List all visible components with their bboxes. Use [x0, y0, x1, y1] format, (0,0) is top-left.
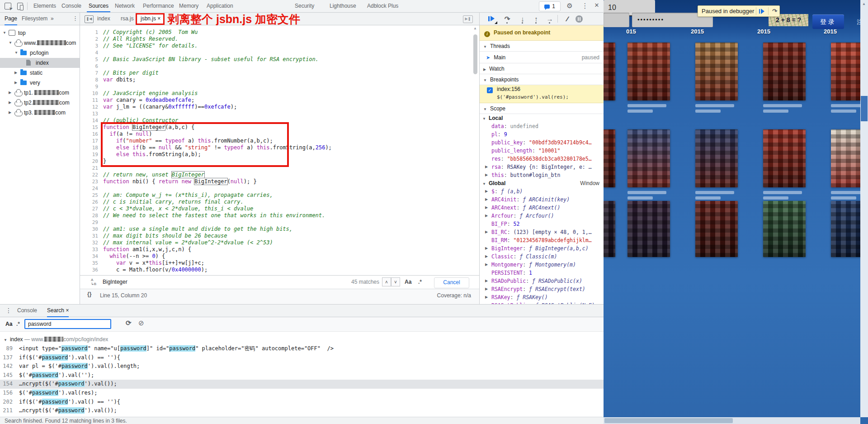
threads-section-header[interactable]: ▼Threads	[480, 41, 604, 52]
scope-variable-BI_RC[interactable]: ▶BI_RC: (123) [empty × 48, 0, 1,…	[480, 228, 604, 236]
thread-main-row[interactable]: ➤Mainpaused	[480, 52, 604, 63]
tree-item-tp2[interactable]: ▶tp2.com	[0, 98, 80, 108]
disclosure-collapsed-icon[interactable]: ▶	[14, 78, 17, 88]
scrollbar-thumb[interactable]	[473, 34, 477, 74]
expand-icon[interactable]: ▶	[485, 195, 488, 204]
login-button[interactable]: 登录	[812, 14, 844, 29]
tree-item-tp1[interactable]: ▶tp1. com	[0, 88, 80, 98]
pause-on-exceptions-button[interactable]	[576, 15, 583, 23]
tree-item-static[interactable]: ▶static	[0, 68, 80, 78]
devtools-tab-lighthouse[interactable]: Lighthouse	[328, 0, 358, 12]
expand-icon[interactable]: ▶	[485, 252, 488, 261]
source-editor[interactable]: 1234567891011121314151617181920212223242…	[80, 25, 479, 275]
scope-section-header[interactable]: ▼Scope	[480, 103, 604, 114]
scope-variable-Classic[interactable]: ▶Classic: ƒ Classic(m)	[480, 252, 604, 261]
line-number[interactable]: 4	[80, 49, 98, 56]
find-cancel-button[interactable]: Cancel	[434, 277, 469, 288]
scope-variable-BigInteger[interactable]: ▶BigInteger: ƒ BigInteger(a,b,c)	[480, 244, 604, 252]
blurred-poster-image[interactable]	[695, 43, 738, 100]
line-number[interactable]: 11	[80, 97, 98, 104]
scope-variable-ARC4init[interactable]: ▶ARC4init: ƒ ARC4init(key)	[480, 195, 604, 204]
find-next-button[interactable]: ˅	[391, 277, 400, 286]
line-number[interactable]: 19	[80, 151, 98, 158]
devtools-tab-adblock-plus[interactable]: Adblock Plus	[365, 0, 400, 12]
step-into-button[interactable]: ↓	[518, 14, 528, 24]
find-previous-button[interactable]: ˄	[382, 277, 391, 286]
step-out-button[interactable]: ↑	[531, 14, 541, 24]
line-number[interactable]: 14	[80, 117, 98, 124]
page-horizontal-scrollbar[interactable]	[604, 417, 860, 424]
line-number[interactable]: 33	[80, 246, 98, 253]
line-number[interactable]: 27	[80, 205, 98, 212]
disclosure-expanded-icon[interactable]: ▼	[4, 338, 7, 342]
line-number[interactable]: 1	[80, 29, 98, 36]
line-number[interactable]: 35	[80, 260, 98, 267]
deactivate-breakpoints-button[interactable]: ∕∕	[562, 14, 572, 24]
scope-variable-rsa[interactable]: ▶rsa: RSAKey {n: BigInteger, e: …	[480, 163, 604, 171]
page-scroll-up-icon[interactable]: ▲	[862, 2, 866, 6]
line-number[interactable]: 20	[80, 158, 98, 165]
search-result-line-211[interactable]: 211…ncrypt($('#password').val());	[0, 406, 604, 415]
scope-variable-ARC4next[interactable]: ▶ARC4next: ƒ ARC4next()	[480, 204, 604, 212]
drawer-menu-icon[interactable]: ⋮	[5, 307, 12, 314]
disclosure-collapsed-icon[interactable]: ▶	[9, 88, 11, 98]
devtools-tab-security[interactable]: Security	[293, 0, 316, 12]
search-result-line-89[interactable]: 89<input type="password" name="u[passwor…	[0, 344, 604, 353]
search-result-file-header[interactable]: ▼index — www.com/pc/login/index	[0, 335, 604, 344]
breakpoint-entry[interactable]: ✓ index:156 $('#password').val(res);	[480, 85, 604, 103]
expand-icon[interactable]: ▶	[485, 277, 488, 285]
blurred-poster-image[interactable]	[695, 129, 738, 187]
hide-navigator-icon[interactable]: ❚◀	[85, 15, 94, 23]
line-number[interactable]: 25	[80, 192, 98, 199]
breakpoints-section-header[interactable]: ▼Breakpoints	[480, 74, 604, 85]
expand-icon[interactable]: ▶	[485, 261, 488, 269]
line-number[interactable]: 13	[80, 110, 98, 117]
devtools-tab-network[interactable]: Network	[113, 0, 137, 12]
blurred-poster-image[interactable]	[763, 201, 806, 257]
file-tab-rsa-js[interactable]: rsa.js	[118, 13, 137, 25]
page-step-over-icon[interactable]: ↷	[770, 8, 778, 14]
navigator-expand-icon[interactable]: ▶❚	[463, 15, 473, 23]
close-drawer-tab-icon[interactable]: ×	[66, 307, 69, 314]
disclosure-expanded-icon[interactable]: ▼	[14, 48, 18, 58]
line-number[interactable]: 21	[80, 165, 98, 172]
navigator-tab-filesystem[interactable]: Filesystem	[22, 13, 47, 24]
scope-variable-RSAEncrypt[interactable]: ▶RSAEncrypt: ƒ RSAEncrypt(text)	[480, 285, 604, 293]
devtools-tab-performance[interactable]: Performance	[141, 0, 176, 12]
devtools-tab-elements[interactable]: Elements	[32, 0, 58, 12]
disclosure-expanded-icon[interactable]: ▼	[3, 28, 6, 38]
search-result-line-202[interactable]: 202if($('#password').val() == ''){	[0, 398, 604, 407]
line-number[interactable]: 31	[80, 233, 98, 239]
close-devtools-icon[interactable]: ✕	[592, 2, 601, 9]
blurred-poster-image[interactable]	[627, 129, 670, 187]
line-number[interactable]: 9	[80, 83, 98, 90]
scope-variable-Montgomery[interactable]: ▶Montgomery: ƒ Montgomery(m)	[480, 261, 604, 269]
navigator-tabs-overflow[interactable]: »	[51, 13, 54, 24]
search-input[interactable]: password	[24, 319, 111, 329]
search-result-line-137[interactable]: 137if($('#password').val() == ''){	[0, 353, 604, 362]
line-number[interactable]: 16	[80, 131, 98, 138]
expand-icon[interactable]: ▶	[485, 212, 488, 220]
inspect-element-icon[interactable]: ➤	[5, 3, 11, 10]
blurred-poster-image[interactable]	[604, 43, 615, 100]
devtools-tab-memory[interactable]: Memory	[177, 0, 200, 12]
line-number[interactable]: 26	[80, 199, 98, 205]
expand-icon[interactable]: ▶	[485, 244, 488, 252]
navigator-tab-page[interactable]: Page	[5, 13, 17, 25]
disclosure-collapsed-icon[interactable]: ▶	[14, 68, 17, 78]
line-number[interactable]: 15	[80, 124, 98, 131]
username-field-partial[interactable]	[604, 13, 629, 27]
line-number[interactable]: 24	[80, 185, 98, 192]
line-number[interactable]: 32	[80, 239, 98, 246]
blurred-poster-image[interactable]	[627, 201, 670, 257]
page-resume-icon[interactable]	[758, 8, 766, 15]
step-button[interactable]: →	[545, 14, 555, 24]
search-regex-toggle[interactable]: .*	[16, 317, 20, 331]
line-number[interactable]: 36	[80, 267, 98, 273]
scrollbar-up-icon[interactable]: ▲	[473, 26, 477, 30]
more-menu-icon[interactable]: ⋮	[580, 2, 590, 10]
line-number[interactable]: 3	[80, 43, 98, 49]
scope-variable-this[interactable]: ▶this: button#login_btn	[480, 171, 604, 179]
scope-global-header[interactable]: ▼GlobalWindow	[480, 179, 604, 187]
expand-icon[interactable]: ▶	[485, 163, 488, 171]
